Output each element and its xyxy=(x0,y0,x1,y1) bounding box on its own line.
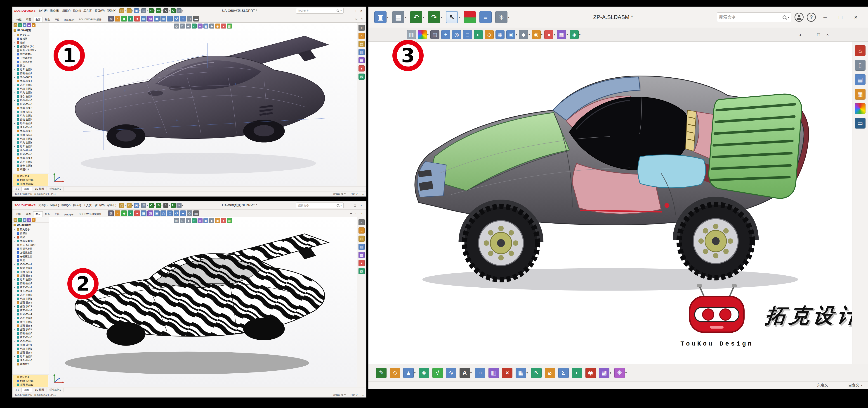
section-view-icon[interactable]: ◐ xyxy=(192,24,197,29)
tree-item[interactable]: 剪裁-曲面2 xyxy=(13,87,49,91)
tree-item[interactable]: 曲面-圆角1 xyxy=(13,79,49,83)
tree-item[interactable]: ▸历史记录 xyxy=(13,228,49,232)
file-explorer-icon[interactable]: ▥ xyxy=(359,49,365,55)
tree-item[interactable]: 剪裁-曲面6 xyxy=(13,347,49,351)
tree-item[interactable]: ▸曲面-放样2 xyxy=(13,304,49,309)
ribbon-tab[interactable]: 草图 xyxy=(24,17,33,22)
section-analysis-icon[interactable]: ◐ xyxy=(572,368,582,378)
save-icon[interactable]: ▣▾ xyxy=(134,203,141,208)
tree-item[interactable]: ▸曲面-放样1 xyxy=(13,270,49,274)
draft-analysis-icon[interactable]: ◆ xyxy=(121,16,127,22)
evaluate-list-icon[interactable]: ≡ xyxy=(479,11,492,23)
tree-item[interactable]: ▸边界-曲面6 xyxy=(13,160,49,164)
zebra-stripes-icon[interactable]: ▨ xyxy=(430,30,439,39)
tree-item[interactable]: ▸边界-曲面1 xyxy=(13,262,49,266)
ribbon-tab[interactable]: DimXpert xyxy=(62,212,76,217)
maximize-button[interactable]: □ xyxy=(352,8,358,13)
undo-icon[interactable]: ↶▾ xyxy=(149,8,155,13)
tree-expand-icon[interactable]: ▸ xyxy=(14,294,16,296)
open-icon[interactable]: ◰▾ xyxy=(127,8,133,13)
tree-item[interactable]: 原点 xyxy=(13,64,49,68)
tree-item[interactable]: ▸边界-曲面2 xyxy=(13,278,49,282)
isometric-view-icon[interactable]: ▣▾ xyxy=(506,30,517,39)
tree-expand-icon[interactable]: ▸ xyxy=(14,263,16,265)
minimize-button[interactable]: – xyxy=(819,12,831,22)
reference-geometry-icon[interactable]: ▲▾ xyxy=(403,368,416,378)
pan-icon[interactable]: + xyxy=(180,16,186,22)
apply-scene-icon[interactable]: ▦ xyxy=(227,24,232,29)
search-input[interactable] xyxy=(298,9,335,12)
document-tab[interactable]: 3D 视图 xyxy=(32,187,47,191)
move-icon[interactable]: ↖ xyxy=(531,368,541,378)
close-button[interactable]: × xyxy=(850,12,862,22)
zoom-area-icon[interactable]: □ xyxy=(180,218,185,223)
tree-expand-icon[interactable]: ▸ xyxy=(14,34,16,36)
tree-expand-icon[interactable]: ▸ xyxy=(14,328,16,330)
tree-item[interactable]: 切除-拉伸16 xyxy=(13,178,49,182)
display-style-icon[interactable]: ◆ xyxy=(209,24,214,29)
shadow-icon[interactable]: ▬ xyxy=(193,16,199,22)
configurationmanager-tab-icon[interactable]: ▣ xyxy=(23,23,26,27)
edit-appearance-icon[interactable]: ●▾ xyxy=(544,30,555,39)
display-style-icon[interactable]: ◆▾ xyxy=(519,30,530,39)
select-icon[interactable]: ↖▾ xyxy=(163,203,170,208)
hide-show-icon[interactable]: ◉ xyxy=(215,24,220,29)
tree-item[interactable]: 特征1148 xyxy=(13,375,49,379)
zoom-area-icon[interactable]: □ xyxy=(180,24,185,29)
featuremanager-tab-icon[interactable]: ▤ xyxy=(13,218,18,222)
tree-expand-icon[interactable]: ▸ xyxy=(14,134,16,136)
sensor-icon[interactable]: ◉ xyxy=(585,368,596,378)
minimize-document-icon[interactable]: – xyxy=(348,211,353,215)
tree-expand-icon[interactable]: ▸ xyxy=(14,161,16,163)
tree-item[interactable]: 曲面-圆角2 xyxy=(13,106,49,110)
tree-expand-icon[interactable]: ▸ xyxy=(14,271,16,273)
displaymanager-tab-icon[interactable]: ● xyxy=(32,218,35,222)
tree-item[interactable]: ▸曲面-放样2 xyxy=(13,110,49,114)
dynamic-annotation-icon[interactable]: ◈ xyxy=(197,24,203,29)
tree-item[interactable]: 曲面-圆角1 xyxy=(13,274,49,278)
tree-expand-icon[interactable]: ▸ xyxy=(14,236,16,238)
collapse-panel-icon[interactable]: « xyxy=(359,219,365,225)
appearances-icon[interactable] xyxy=(855,103,866,114)
section-view-icon[interactable]: ◐ xyxy=(128,210,133,216)
tree-item[interactable]: ▸填充-曲面1 xyxy=(13,91,49,95)
redo-icon[interactable]: ↷▾ xyxy=(156,203,162,208)
tree-item[interactable]: 上视基准面 xyxy=(13,251,49,255)
resources-icon[interactable]: ⌂ xyxy=(359,33,365,39)
tree-expand-icon[interactable]: ▸ xyxy=(14,76,16,78)
new-document-icon[interactable]: ▢▾ xyxy=(119,203,126,208)
minimize-document-icon[interactable]: – xyxy=(348,17,353,21)
maximize-button[interactable]: □ xyxy=(352,203,358,208)
perspective-icon[interactable]: ◇ xyxy=(187,210,192,216)
tree-item[interactable]: ▸边界-曲面3 xyxy=(13,98,49,102)
tree-item[interactable]: 特征1148 xyxy=(13,174,49,178)
tree-item[interactable]: 右视基准面 xyxy=(13,255,49,258)
tree-root[interactable]: UA-X60外观 xyxy=(12,223,49,227)
tree-item[interactable]: 曲面-剪裁83 xyxy=(13,182,49,186)
design-library-icon[interactable]: ▤ xyxy=(359,41,365,47)
tree-expand-icon[interactable]: ▸ xyxy=(14,229,16,231)
linear-pattern-icon[interactable]: ▦▾ xyxy=(516,368,528,378)
new-document-icon[interactable]: ▢▾ xyxy=(119,8,126,13)
status-caret-icon[interactable]: ▴ xyxy=(362,394,364,396)
float-document-icon[interactable]: ▴ xyxy=(796,31,804,38)
tab-scroll-left-icon[interactable]: ◀ xyxy=(14,389,17,391)
displaymanager-tab-icon[interactable]: ● xyxy=(32,23,35,27)
tree-expand-icon[interactable]: ▸ xyxy=(14,84,16,86)
tree-item[interactable]: ▸边界-曲面2 xyxy=(13,83,49,87)
draft-analysis-icon[interactable]: ◆ xyxy=(121,210,127,216)
monitor-icon[interactable]: ▭ xyxy=(855,118,866,128)
zebra-stripes-icon[interactable]: ▨ xyxy=(108,210,114,216)
menu-item[interactable]: 编辑(E) xyxy=(49,203,60,208)
hide-show-icon[interactable]: ◉ xyxy=(215,218,220,223)
mass-properties-icon[interactable]: ▦ xyxy=(495,30,504,39)
tree-item[interactable]: ▸边界-曲面6 xyxy=(13,355,49,358)
tree-item[interactable]: 草图122 xyxy=(13,168,49,172)
dimxpert-tab-icon[interactable]: ◆ xyxy=(27,23,31,27)
arrange-icon[interactable]: ▥ xyxy=(407,30,416,39)
propertymanager-tab-icon[interactable]: ✳ xyxy=(18,218,22,222)
tab-scroll-right-icon[interactable]: ▶ xyxy=(17,188,20,190)
document-tab[interactable]: 模型 xyxy=(22,388,32,392)
tree-item[interactable]: 曲面-延伸1 xyxy=(13,343,49,347)
tree-expand-icon[interactable]: ▸ xyxy=(14,111,16,113)
